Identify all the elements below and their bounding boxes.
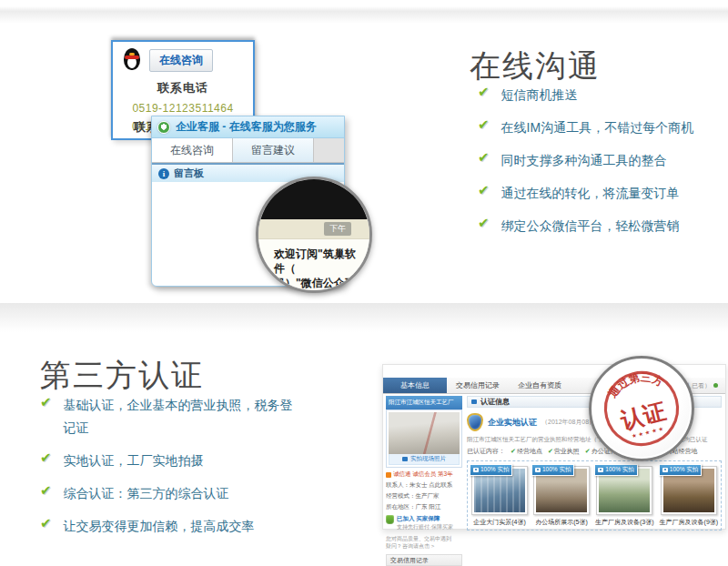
chat-tabs-filler xyxy=(314,138,344,162)
real-shot-badge: 100% 实拍 xyxy=(594,464,637,476)
feature-item: ✔同时支撑多种沟通工具的整合 xyxy=(478,149,723,172)
real-shot-badge: 100% 实拍 xyxy=(470,464,512,476)
check-icon: ✔ xyxy=(478,182,490,197)
check-icon: ✔ xyxy=(478,215,490,230)
feature-text: 基础认证，企业基本的营业执照，税务登记证 xyxy=(64,394,302,440)
feature-text: 通过在线的转化，将流量变订单 xyxy=(501,182,680,205)
tab-online-consult[interactable]: 在线咨询 xyxy=(152,138,233,162)
marketing-page: 在线咨询 联系电话 0519-12123511464 0519-43126348… xyxy=(0,0,728,566)
sidebar-note-line2: 疑问？咨询请点击 > xyxy=(386,542,462,550)
feature-text: 绑定公众微信平台，轻松微营销 xyxy=(501,215,680,238)
check-icon: ✔ xyxy=(40,482,52,498)
photo-card[interactable]: 100% 实拍 生产厂房及设备(3张) xyxy=(595,466,654,527)
feature-text: 综合认证：第三方的综合认证 xyxy=(64,482,229,505)
tab-company-qualification[interactable]: 企业自有资质 xyxy=(509,378,571,393)
certified-item: ✔经营地点 xyxy=(511,447,542,456)
photo-cards-box: 100% 实拍 企业大门实景(4张) 100% 实拍 办公场所展示(5张) 10… xyxy=(467,460,722,531)
member-info-text: 诚信通 诚信会员 第3年 xyxy=(393,470,453,479)
check-icon: ✔ xyxy=(478,149,490,165)
wechat-zoom-bubble: 下午 欢迎订阅"筑巢软件（ 司）"微信公众平台 10月12日 xyxy=(256,177,372,293)
svg-text:通过第三方: 通过第三方 xyxy=(602,365,668,402)
buyer-guarantee: 已加入 买家保障 支持先行赔付·保障买家 xyxy=(386,515,462,531)
camera-icon xyxy=(535,468,541,472)
certified-item: ✔营业执照 xyxy=(548,447,580,456)
mini-check-icon: ✔ xyxy=(548,448,553,454)
trade-record-bar[interactable]: 交易信用记录 xyxy=(386,554,462,566)
company-photo-frame: 实拍现场照片 xyxy=(386,409,462,468)
chat-window-titlebar: 企业客服 - 在线客服为您服务 xyxy=(152,116,344,138)
feature-item: ✔在线IM沟通工具，不错过每个商机 xyxy=(478,116,723,139)
check-icon: ✔ xyxy=(478,116,490,132)
status-dot-icon xyxy=(713,383,718,388)
camera-icon xyxy=(598,468,603,472)
camera-icon xyxy=(662,468,668,472)
stamp-seal-icon: 通过第三方 认证 ★ ★ ★ ★ ★ xyxy=(594,361,689,456)
chat-time-band: 下午 xyxy=(258,219,369,239)
chat-tabs: 在线咨询 留言建议 xyxy=(152,138,344,163)
phone-number: 0519-12123511464 xyxy=(113,102,253,115)
check-icon: ✔ xyxy=(478,84,490,99)
feature-item: ✔短信商机推送 xyxy=(478,84,723,106)
feature-text: 实地认证，工厂实地拍摄 xyxy=(64,450,204,472)
photo-album-link-text: 实拍现场照片 xyxy=(410,455,446,463)
photo-card[interactable]: 100% 实拍 办公场所展示(5张) xyxy=(533,466,590,527)
message-board-label: 留言板 xyxy=(174,167,204,180)
feature-item: ✔综合认证：第三方的综合认证 xyxy=(40,482,331,505)
company-name: 阳江市江城区恒天工艺厂 xyxy=(386,396,462,409)
online-feature-list: ✔短信商机推送 ✔在线IM沟通工具，不错过每个商机 ✔同时支撑多种沟通工具的整合… xyxy=(478,84,723,248)
feature-item: ✔通过在线的转化，将流量变订单 xyxy=(478,182,723,205)
feature-text: 在线IM沟通工具，不错过每个商机 xyxy=(501,116,694,139)
feature-text: 让交易变得更加信赖，提高成交率 xyxy=(64,515,255,538)
tab-trade-record[interactable]: 交易信用记录 xyxy=(447,378,509,393)
cert-name: 企业实地认证 xyxy=(488,417,537,429)
wechat-message-line2: 司）"微信公众平台 xyxy=(274,276,360,293)
photo-card[interactable]: 100% 实拍 生产厂房及设备(9张) xyxy=(660,466,719,527)
tab-basic-info[interactable]: 基本信息 xyxy=(383,378,447,393)
mini-check-icon: ✔ xyxy=(511,448,516,454)
certified-items-label: 已认证内容： xyxy=(467,447,505,456)
contact-info-line: 联系人：朱女士 点此联系 xyxy=(386,481,462,490)
member-info-line: 诚信通 诚信会员 第3年 xyxy=(386,470,462,479)
photo-caption: 企业大门实景(4张) xyxy=(473,518,526,527)
chat-window-title: 企业客服 - 在线客服为您服务 xyxy=(176,119,317,135)
photo-caption: 办公场所展示(5张) xyxy=(535,518,588,527)
online-consult-button[interactable]: 在线咨询 xyxy=(149,49,213,72)
cert-info-icon xyxy=(471,399,477,404)
photo-caption: 生产厂房及设备(9张) xyxy=(660,518,719,527)
guarantee-title: 已加入 买家保障 xyxy=(397,515,453,523)
cert-info-title: 认证信息 xyxy=(480,397,510,407)
shield-icon xyxy=(386,515,394,524)
cert-feature-list: ✔基础认证，企业基本的营业执照，税务登记证 ✔实地认证，工厂实地拍摄 ✔综合认证… xyxy=(40,394,331,548)
feature-text: 短信商机推送 xyxy=(501,84,578,106)
check-icon: ✔ xyxy=(40,450,52,465)
feature-item: ✔绑定公众微信平台，轻松微营销 xyxy=(478,215,723,238)
camera-icon xyxy=(402,457,408,461)
service-logo-icon xyxy=(157,121,170,134)
location-line: 所在地区：广东 阳江 xyxy=(386,503,462,511)
feature-item: ✔让交易变得更加信赖，提高成交率 xyxy=(40,515,331,538)
feature-text: 同时支撑多种沟通工具的整合 xyxy=(501,149,667,172)
cert-shield-emblem-icon xyxy=(467,413,483,431)
check-icon: ✔ xyxy=(40,394,52,409)
business-mode-line: 经营模式：生产厂家 xyxy=(386,492,462,500)
section-divider-band xyxy=(0,303,728,332)
info-icon: i xyxy=(158,168,169,179)
top-divider-band xyxy=(0,6,728,23)
wechat-message-line1: 欢迎订阅"筑巢软件（ xyxy=(274,247,360,276)
certified-stamp-magnifier: 通过第三方 认证 ★ ★ ★ ★ ★ xyxy=(589,356,694,461)
cert-sidebar: 阳江市江城区恒天工艺厂 实拍现场照片 诚信通 诚信会员 第3年 联系人：朱女士 … xyxy=(386,396,462,566)
real-shot-badge: 100% 实拍 xyxy=(659,464,702,476)
member-badge-icon xyxy=(386,472,391,478)
check-icon: ✔ xyxy=(40,515,52,531)
section-title-cert: 第三方认证 xyxy=(40,355,204,397)
feature-item: ✔实地认证，工厂实地拍摄 xyxy=(40,450,331,472)
photo-card[interactable]: 100% 实拍 企业大门实景(4张) xyxy=(471,466,528,527)
feature-item: ✔基础认证，企业基本的营业执照，税务登记证 xyxy=(40,394,331,440)
section-title-online: 在线沟通 xyxy=(470,45,601,87)
factory-photo xyxy=(389,412,460,454)
photo-album-link[interactable]: 实拍现场照片 xyxy=(389,454,460,465)
tab-leave-message[interactable]: 留言建议 xyxy=(233,138,314,162)
photo-caption: 生产厂房及设备(3张) xyxy=(595,518,654,527)
stamp-arc-text: 通过第三方 xyxy=(602,365,668,402)
real-shot-badge: 100% 实拍 xyxy=(531,464,574,476)
